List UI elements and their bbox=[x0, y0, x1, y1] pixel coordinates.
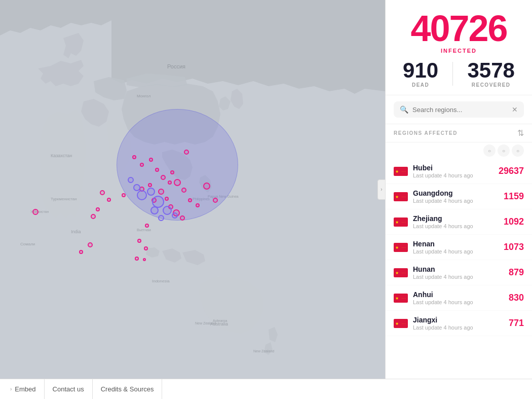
region-name: Henan bbox=[413, 240, 499, 248]
svg-text:Indonesia: Indonesia bbox=[152, 279, 170, 283]
map-dot-pink bbox=[165, 197, 169, 201]
recovered-label: RECOVERED bbox=[467, 82, 514, 88]
map-dot-pink bbox=[148, 183, 152, 187]
map-dot-pink bbox=[168, 180, 172, 185]
map-dot-pink bbox=[188, 198, 192, 202]
dead-stat: 910 DEAD bbox=[403, 60, 438, 88]
hint-dot-2: ○ bbox=[498, 144, 510, 157]
map-dot-pink bbox=[145, 224, 149, 228]
map-dot-pink bbox=[140, 163, 144, 167]
map-dot-pink bbox=[107, 198, 111, 202]
region-list: Hubei Last update 4 hours ago 29637 Guan… bbox=[386, 159, 532, 379]
search-box: 🔍 ✕ bbox=[394, 101, 524, 118]
region-item[interactable]: Hubei Last update 4 hours ago 29637 bbox=[386, 159, 532, 184]
map-dot-pink bbox=[184, 150, 189, 155]
region-count: 771 bbox=[509, 318, 524, 329]
map-dot-pink bbox=[181, 188, 186, 193]
svg-text:New Zealand: New Zealand bbox=[195, 321, 216, 325]
region-info: Jiangxi Last update 4 hours ago bbox=[413, 316, 504, 331]
search-icon: 🔍 bbox=[400, 105, 408, 114]
sidebar: 40726 INFECTED 910 DEAD 3578 RECOVERED 🔍… bbox=[385, 0, 532, 379]
region-flag bbox=[394, 217, 408, 227]
region-update: Last update 4 hours ago bbox=[413, 198, 499, 204]
map-dot-pink bbox=[135, 257, 139, 261]
search-container: 🔍 ✕ bbox=[386, 95, 532, 124]
credits-link[interactable]: Credits & Sources bbox=[93, 379, 163, 399]
region-flag bbox=[394, 167, 408, 176]
region-info: Zhejiang Last update 4 hours ago bbox=[413, 214, 499, 229]
map-dot-pink bbox=[96, 207, 100, 211]
svg-text:India: India bbox=[71, 229, 81, 234]
region-count: 830 bbox=[509, 293, 524, 303]
world-map-svg: Россия Казахстан Туркменистан Узбекистан… bbox=[0, 0, 385, 379]
credits-label: Credits & Sources bbox=[101, 385, 154, 393]
embed-link[interactable]: › Embed bbox=[8, 379, 45, 399]
map-dot-pink bbox=[149, 158, 153, 162]
contact-label: Contact us bbox=[53, 385, 84, 393]
region-flag bbox=[394, 268, 408, 277]
region-flag bbox=[394, 243, 408, 252]
map-dot-pink bbox=[137, 239, 141, 243]
map-dot-pink bbox=[143, 258, 146, 261]
map-dot-purple bbox=[137, 190, 147, 200]
region-count: 879 bbox=[509, 267, 524, 278]
region-item[interactable]: Anhui Last update 4 hours ago 830 bbox=[386, 285, 532, 311]
map-dot-purple bbox=[150, 206, 159, 214]
chevron-icon: › bbox=[10, 386, 12, 392]
regions-title: REGIONS AFFECTED bbox=[394, 130, 458, 136]
sidebar-expand-button[interactable]: › bbox=[377, 179, 385, 200]
secondary-stats: 910 DEAD 3578 RECOVERED bbox=[396, 60, 522, 88]
sort-icon[interactable]: ⇅ bbox=[517, 128, 524, 138]
region-count: 1073 bbox=[504, 242, 524, 252]
region-item[interactable]: Guangdong Last update 4 hours ago 1159 bbox=[386, 184, 532, 209]
recovered-stat: 3578 RECOVERED bbox=[467, 60, 514, 88]
contact-link[interactable]: Contact us bbox=[45, 379, 93, 399]
region-update: Last update 4 hours ago bbox=[413, 223, 499, 229]
svg-text:Туркменистан: Туркменистан bbox=[51, 197, 77, 201]
map-dot-purple bbox=[147, 188, 155, 196]
map-dot-purple bbox=[163, 206, 172, 215]
map-dot-pink bbox=[32, 209, 39, 215]
search-clear-icon[interactable]: ✕ bbox=[512, 105, 518, 114]
map-dot-pink bbox=[170, 170, 174, 174]
map-dot-pink bbox=[144, 246, 148, 250]
region-info: Anhui Last update 4 hours ago bbox=[413, 291, 504, 305]
regions-header: REGIONS AFFECTED ⇅ bbox=[386, 124, 532, 142]
region-item[interactable]: Zhejiang Last update 4 hours ago 1092 bbox=[386, 209, 532, 235]
region-name: Hubei bbox=[413, 164, 493, 172]
infected-count: 40726 bbox=[396, 10, 522, 47]
region-item[interactable]: Henan Last update 4 hours ago 1073 bbox=[386, 235, 532, 260]
region-info: Guangdong Last update 4 hours ago bbox=[413, 189, 499, 204]
svg-text:Россия: Россия bbox=[167, 63, 185, 69]
region-update: Last update 4 hours ago bbox=[413, 172, 493, 178]
map-dot-pink bbox=[158, 189, 164, 195]
map-dot-pink bbox=[79, 250, 83, 254]
region-item[interactable]: Hunan Last update 4 hours ago 879 bbox=[386, 260, 532, 285]
region-name: Zhejiang bbox=[413, 214, 499, 223]
region-info: Henan Last update 4 hours ago bbox=[413, 240, 499, 255]
svg-text:Казахстан: Казахстан bbox=[51, 153, 72, 158]
svg-text:Сомали: Сомали bbox=[20, 242, 35, 246]
map-dot-pink bbox=[161, 175, 166, 180]
map-dot-pink bbox=[100, 190, 105, 195]
region-item[interactable]: Jiangxi Last update 4 hours ago 771 bbox=[386, 311, 532, 336]
map-dot-pink bbox=[122, 193, 126, 197]
stat-divider bbox=[452, 62, 453, 86]
region-flag bbox=[394, 294, 408, 303]
region-name: Jiangxi bbox=[413, 316, 504, 324]
map-section: Россия Казахстан Туркменистан Узбекистан… bbox=[0, 0, 385, 379]
stats-header: 40726 INFECTED 910 DEAD 3578 RECOVERED bbox=[386, 0, 532, 95]
region-flag bbox=[394, 319, 408, 328]
scroll-hints: ○ ○ ○ bbox=[386, 142, 532, 159]
region-info: Hunan Last update 4 hours ago bbox=[413, 265, 504, 280]
map-dot-pink bbox=[155, 168, 159, 172]
search-input[interactable] bbox=[412, 106, 508, 114]
main-content: Россия Казахстан Туркменистан Узбекистан… bbox=[0, 0, 532, 379]
region-count: 1092 bbox=[504, 216, 524, 227]
svg-text:New Zealand: New Zealand bbox=[253, 349, 274, 353]
map-dot-pink bbox=[132, 155, 136, 159]
recovered-count: 3578 bbox=[467, 60, 514, 81]
region-flag bbox=[394, 192, 408, 201]
region-count: 29637 bbox=[499, 166, 524, 176]
hint-dot-1: ○ bbox=[483, 144, 496, 157]
